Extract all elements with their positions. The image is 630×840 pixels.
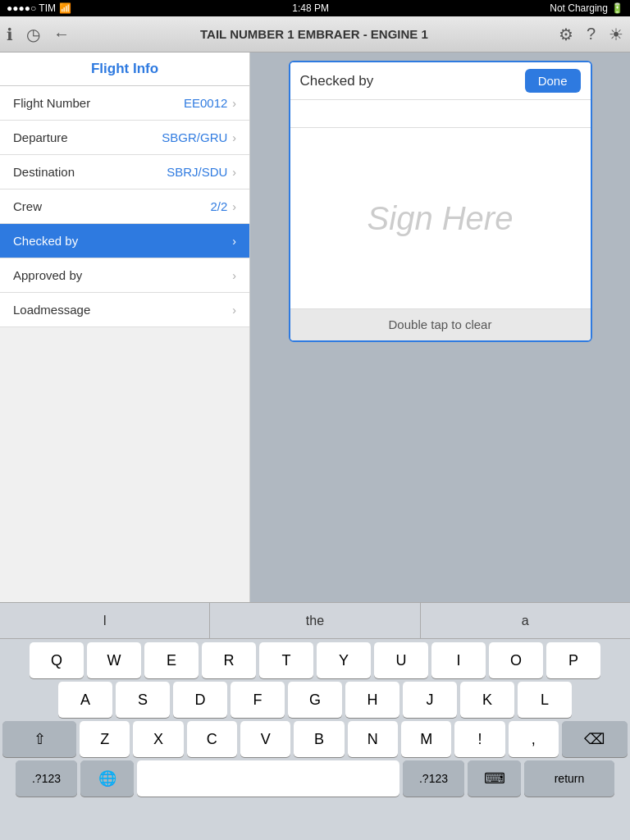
panel-header: Flight Info (0, 52, 249, 86)
panel-header-title: Flight Info (91, 61, 158, 76)
key-u[interactable]: U (374, 642, 428, 678)
key-numbers-left[interactable]: .?123 (16, 760, 77, 797)
suggestion-i[interactable]: I (0, 603, 210, 638)
list-item-chevron: › (232, 131, 236, 144)
suggestion-a[interactable]: a (421, 603, 630, 638)
list-item-destination[interactable]: Destination SBRJ/SDU › (0, 155, 249, 189)
keyboard-suggestions: I the a (0, 603, 630, 639)
key-i[interactable]: I (431, 642, 486, 678)
list-item-value: EE0012 (184, 96, 227, 110)
keyboard-row-4: .?123 🌐 .?123 ⌨ return (2, 760, 628, 797)
list-item-chevron: › (232, 200, 236, 213)
key-b[interactable]: B (294, 721, 344, 757)
key-space[interactable] (137, 760, 399, 797)
list-item-chevron: › (232, 269, 236, 282)
sig-placeholder: Sign Here (368, 200, 514, 237)
main-content: Flight Info Flight Number EE0012 › Depar… (0, 52, 630, 602)
key-q[interactable]: Q (30, 642, 84, 678)
list-item-approved-by[interactable]: Approved by › (0, 258, 249, 293)
keyboard-row-3: ⇧ Z X C V B N M ! , ⌫ (2, 721, 628, 757)
sig-header: Checked by Done (290, 62, 591, 100)
list-item-value: SBRJ/SDU (167, 165, 227, 179)
key-t[interactable]: T (259, 642, 313, 678)
brightness-icon[interactable]: ☀ (609, 25, 623, 44)
key-o[interactable]: O (489, 642, 543, 678)
nav-title: TAIL NUMBER 1 EMBRAER - ENGINE 1 (70, 27, 559, 41)
keyboard-area: I the a Q W E R T Y U I O P A S D F G H … (0, 602, 630, 840)
list-item-loadmessage[interactable]: Loadmessage › (0, 293, 249, 327)
key-f[interactable]: F (231, 682, 285, 718)
list-item-value: 2/2 (210, 199, 227, 213)
help-icon[interactable]: ? (587, 25, 596, 43)
list-item-label: Checked by (13, 234, 232, 248)
key-comma[interactable]: , (509, 721, 559, 757)
key-r[interactable]: R (202, 642, 256, 678)
key-numbers-right[interactable]: .?123 (403, 760, 464, 797)
keyboard-row-1: Q W E R T Y U I O P (2, 642, 628, 678)
suggestion-the[interactable]: the (210, 603, 420, 638)
list-item-label: Crew (13, 199, 210, 213)
right-area: Checked by Done Sign Here Double tap to … (250, 52, 630, 602)
sig-name-input[interactable] (290, 100, 591, 128)
key-backspace[interactable]: ⌫ (562, 721, 628, 757)
nav-bar: ℹ ◷ ← TAIL NUMBER 1 EMBRAER - ENGINE 1 ⚙… (0, 16, 630, 52)
list-item-crew[interactable]: Crew 2/2 › (0, 189, 249, 224)
sig-done-button[interactable]: Done (525, 69, 581, 93)
key-c[interactable]: C (187, 721, 237, 757)
status-bar: ●●●●○ TIM 📶 1:48 PM Not Charging 🔋 (0, 0, 630, 16)
key-m[interactable]: M (401, 721, 451, 757)
key-k[interactable]: K (460, 682, 514, 718)
list-item-value: SBGR/GRU (162, 130, 227, 144)
key-n[interactable]: N (348, 721, 398, 757)
settings-icon[interactable]: ⚙ (559, 25, 573, 44)
list-item-label: Loadmessage (13, 303, 232, 317)
nav-icons-right: ⚙ ? ☀ (559, 25, 623, 44)
clock-icon[interactable]: ◷ (26, 25, 40, 44)
battery-text: Not Charging (550, 2, 608, 14)
key-h[interactable]: H (345, 682, 399, 718)
list-item-flight-number[interactable]: Flight Number EE0012 › (0, 86, 249, 121)
list-item-checked-by[interactable]: Checked by › (0, 224, 249, 258)
key-j[interactable]: J (403, 682, 457, 718)
sig-double-tap-text: Double tap to clear (389, 317, 492, 331)
key-exclamation[interactable]: ! (454, 721, 504, 757)
carrier-text: ●●●●○ TIM (7, 2, 56, 14)
key-e[interactable]: E (144, 642, 199, 678)
sig-canvas[interactable]: Sign Here (290, 128, 591, 308)
key-p[interactable]: P (546, 642, 600, 678)
status-time: 1:48 PM (292, 2, 329, 14)
key-d[interactable]: D (173, 682, 227, 718)
left-panel: Flight Info Flight Number EE0012 › Depar… (0, 52, 250, 602)
key-shift[interactable]: ⇧ (2, 721, 76, 757)
battery-icon: 🔋 (611, 2, 623, 14)
nav-icons-left: ℹ ◷ ← (7, 25, 70, 44)
list-item-label: Departure (13, 130, 162, 144)
sig-footer[interactable]: Double tap to clear (290, 308, 591, 340)
list-items-container: Flight Number EE0012 › Departure SBGR/GR… (0, 86, 249, 327)
key-v[interactable]: V (240, 721, 290, 757)
key-y[interactable]: Y (317, 642, 371, 678)
key-s[interactable]: S (116, 682, 170, 718)
status-right: Not Charging 🔋 (550, 2, 623, 14)
key-g[interactable]: G (288, 682, 342, 718)
list-item-chevron: › (232, 235, 236, 248)
key-a[interactable]: A (58, 682, 112, 718)
back-icon[interactable]: ← (53, 25, 70, 43)
status-left: ●●●●○ TIM 📶 (7, 2, 71, 14)
keyboard-rows: Q W E R T Y U I O P A S D F G H J K L ⇧ … (0, 639, 630, 800)
key-globe[interactable]: 🌐 (80, 760, 134, 797)
list-item-label: Flight Number (13, 96, 184, 110)
info-icon[interactable]: ℹ (7, 25, 13, 44)
key-keyboard-hide[interactable]: ⌨ (468, 760, 521, 797)
list-item-chevron: › (232, 97, 236, 110)
list-item-departure[interactable]: Departure SBGR/GRU › (0, 121, 249, 155)
key-w[interactable]: W (87, 642, 141, 678)
key-return[interactable]: return (524, 760, 614, 797)
list-item-chevron: › (232, 304, 236, 317)
key-z[interactable]: Z (80, 721, 130, 757)
sig-title: Checked by (300, 73, 374, 89)
key-l[interactable]: L (518, 682, 572, 718)
list-item-label: Destination (13, 165, 167, 179)
key-x[interactable]: X (133, 721, 183, 757)
keyboard-row-2: A S D F G H J K L (2, 682, 628, 718)
